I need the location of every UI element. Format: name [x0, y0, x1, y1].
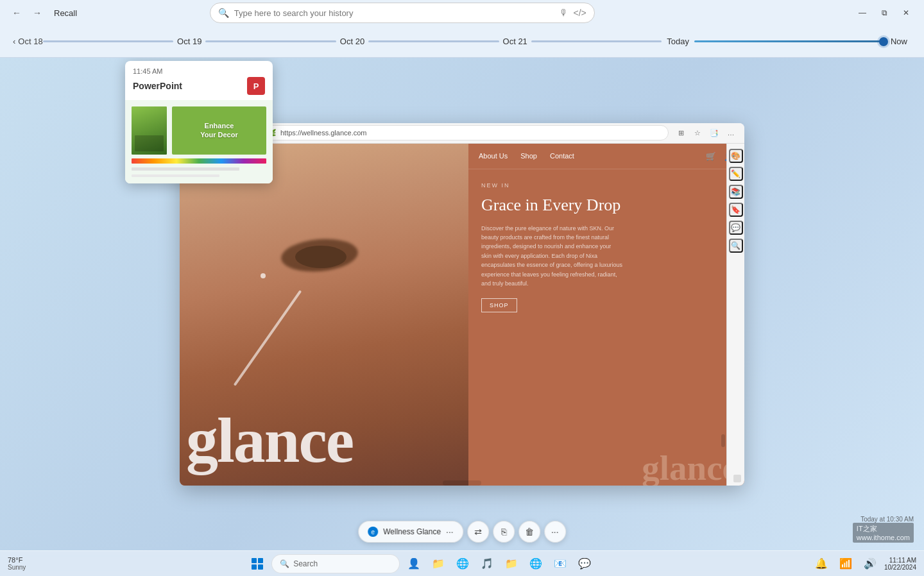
timeline-prev[interactable]: ‹ Oct 18 [13, 37, 43, 46]
copy-button[interactable]: ⎘ [493, 521, 515, 543]
taskbar-datetime[interactable]: 11:11 AM 10/22/2024 [884, 557, 916, 571]
site-right: About Us Shop Contact 🛒 👤 NEW IN Grace i… [468, 144, 744, 486]
more-button[interactable]: ··· [544, 521, 566, 543]
browser-collections[interactable]: 📑 [707, 126, 721, 140]
cart-icon[interactable]: 🛒 [706, 151, 716, 161]
website-content: glance About Us Shop Contact 🛒 👤 NEW IN … [180, 144, 744, 486]
title-bar: ← → Recall 🔍 🎙 </> — ⧉ ✕ [0, 0, 924, 26]
edge-sidebar-btn-1[interactable]: 🎨 [729, 149, 743, 163]
site-left: glance [180, 144, 468, 486]
ppt-app-title: PowerPoint [133, 81, 182, 91]
app-title: Recall [54, 8, 77, 18]
watermark-brand-2: www.ithome.com [857, 534, 910, 541]
taskbar-explorer[interactable]: 📁 [428, 554, 449, 574]
taskbar-notification[interactable]: 🔔 [811, 554, 832, 574]
taskbar: 78°F Sunny 🔍 Search 👤 📁 🌐 🎵 📁 🌐 📧 💬 🔔 📶 [0, 550, 924, 576]
edge-sidebar-btn-2[interactable]: ✏️ [729, 167, 743, 181]
watermark: Today at 10:30 AM IT之家 www.ithome.com [853, 516, 914, 543]
search-icon: 🔍 [218, 8, 229, 18]
taskbar-network[interactable]: 📶 [835, 554, 856, 574]
ppt-preview[interactable]: EnhanceYour Decor [125, 100, 273, 183]
search-bar[interactable]: 🔍 🎙 </> [210, 3, 595, 23]
scroll-bar [721, 434, 725, 447]
browser-extensions[interactable]: ⊞ [674, 126, 688, 140]
weather-condition: Sunny [8, 564, 26, 571]
site-hero-photo: glance [180, 144, 468, 486]
track-2[interactable] [205, 40, 336, 42]
timeline-dates: Oct 19 Oct 20 Oct 21 Today Now [43, 37, 911, 46]
track-3[interactable] [368, 40, 499, 42]
address-url: https://wellness.glance.com [280, 129, 367, 137]
site-nav: About Us Shop Contact 🛒 👤 [468, 144, 744, 169]
edge-sidebar-btn-4[interactable]: 🔖 [729, 203, 743, 217]
taskbar-widgets[interactable]: 👤 [404, 554, 424, 574]
timeline-bar: ‹ Oct 18 Oct 19 Oct 20 Oct 21 Today Now [0, 26, 924, 58]
watermark-time: Today at 10:30 AM [860, 516, 914, 523]
mic-icon[interactable]: 🎙 [560, 8, 569, 18]
oct20-label: Oct 20 [336, 37, 368, 46]
site-hero: NEW IN Grace in Every Drop Discover the … [468, 169, 744, 450]
window-controls: — ⧉ ✕ [852, 4, 916, 22]
taskbar-time: 11:11 AM [889, 557, 916, 564]
nav-about[interactable]: About Us [479, 152, 508, 160]
oct18-label: Oct 18 [18, 37, 42, 46]
timeline-dot [879, 37, 888, 46]
taskbar-right: 🔔 📶 🔊 11:11 AM 10/22/2024 [811, 554, 916, 574]
taskbar-volume[interactable]: 🔊 [860, 554, 880, 574]
taskbar-files[interactable]: 📁 [501, 554, 522, 574]
delete-button[interactable]: 🗑 [518, 521, 540, 543]
nav-buttons: ← → [8, 4, 46, 22]
taskbar-browser[interactable]: 🌐 [526, 554, 546, 574]
active-track[interactable] [694, 40, 887, 42]
start-button[interactable] [247, 554, 268, 574]
browser-favorites[interactable]: ☆ [690, 126, 705, 140]
search-input[interactable] [234, 8, 554, 18]
chip-label: Wellness Glance [383, 527, 441, 536]
resize-handle[interactable] [733, 475, 741, 482]
back-button[interactable]: ← [8, 4, 26, 22]
share-button[interactable]: ⇄ [467, 521, 489, 543]
code-icon[interactable]: </> [574, 8, 586, 18]
browser-settings[interactable]: … [724, 126, 738, 140]
ppt-title-row: PowerPoint P [133, 77, 265, 95]
taskbar-date: 10/22/2024 [884, 564, 916, 571]
site-bottom-text: glance [468, 450, 744, 486]
ppt-app-icon: P [247, 77, 265, 95]
taskbar-mail[interactable]: 📧 [550, 554, 570, 574]
ppt-slide-title: EnhanceYour Decor [200, 122, 237, 139]
taskbar-edge[interactable]: 🌐 [452, 554, 473, 574]
address-bar[interactable]: 🌿 https://wellness.glance.com [261, 125, 669, 140]
nav-contact[interactable]: Contact [550, 152, 574, 160]
app-chip[interactable]: e Wellness Glance ··· [358, 521, 463, 543]
minimize-button[interactable]: — [852, 4, 873, 22]
nav-shop[interactable]: Shop [520, 152, 537, 160]
taskbar-center: 🔍 Search 👤 📁 🌐 🎵 📁 🌐 📧 💬 [31, 554, 811, 574]
ppt-color-bar [132, 158, 266, 164]
edge-sidebar-btn-5[interactable]: 💬 [729, 221, 743, 235]
close-button[interactable]: ✕ [896, 4, 916, 22]
edge-sidebar: 🎨 ✏️ 📚 🔖 💬 🔍 [726, 144, 744, 486]
edge-icon-small: e [368, 527, 378, 537]
taskbar-search-label: Search [293, 559, 318, 568]
restore-button[interactable]: ⧉ [874, 4, 894, 22]
watermark-brand-1: IT之家 [857, 524, 910, 534]
ppt-text-bar [132, 167, 239, 171]
prev-arrow: ‹ [13, 37, 15, 46]
edge-sidebar-btn-6[interactable]: 🔍 [729, 239, 743, 253]
now-label: Now [887, 37, 911, 46]
ppt-text-bar-2 [132, 174, 219, 177]
edge-sidebar-btn-3[interactable]: 📚 [729, 185, 743, 199]
taskbar-search[interactable]: 🔍 Search [271, 554, 400, 573]
track-4[interactable] [531, 40, 662, 42]
track-1[interactable] [43, 40, 173, 42]
oct21-label: Oct 21 [499, 37, 531, 46]
shop-button[interactable]: SHOP [481, 298, 517, 312]
panel-indicator [443, 480, 481, 486]
taskbar-spotify[interactable]: 🎵 [477, 554, 497, 574]
weather-widget: 78°F Sunny [8, 556, 26, 571]
forward-button[interactable]: → [28, 4, 46, 22]
taskbar-left: 78°F Sunny [8, 556, 31, 571]
oct19-label: Oct 19 [173, 37, 205, 46]
site-body-text: Discover the pure elegance of nature wit… [481, 224, 622, 289]
taskbar-teams[interactable]: 💬 [574, 554, 595, 574]
